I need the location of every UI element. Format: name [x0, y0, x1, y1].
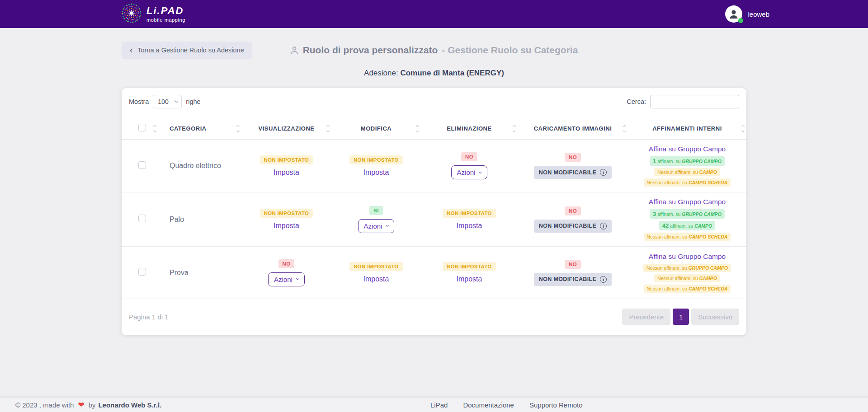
pagination-info: Pagina 1 di 1: [129, 313, 169, 321]
footer-links: LiPad Documentazione Supporto Remoto: [430, 401, 583, 409]
col-header-eliminazione[interactable]: ELIMINAZIONE: [421, 119, 518, 140]
affina-gruppo-campo-link[interactable]: Affina su Gruppo Campo: [649, 198, 726, 206]
azioni-dropdown[interactable]: Azioni: [451, 165, 488, 179]
affinamento-badge: Nessun affinam. su CAMPO: [654, 168, 720, 176]
imposta-link[interactable]: Imposta: [457, 222, 482, 230]
next-page-button[interactable]: Successivo: [691, 309, 739, 325]
category-cell: Prova: [162, 247, 241, 299]
table-body: Quadro elettrico NON IMPOSTATO Imposta N…: [122, 140, 746, 299]
affinamenti-interni-cell: Affina su Gruppo Campo 3 affinam. su GRU…: [628, 192, 746, 247]
search-input[interactable]: [650, 95, 739, 108]
person-icon: [728, 9, 739, 19]
affinamento-badge: 3 affinam. su GRUPPO CAMPO: [650, 209, 725, 219]
status-badge: NON IMPOSTATO: [349, 262, 403, 271]
sort-arrows[interactable]: [416, 126, 419, 132]
category-cell: Quadro elettrico: [162, 140, 241, 192]
azioni-dropdown[interactable]: Azioni: [268, 272, 305, 286]
previous-page-button[interactable]: Precedente: [622, 309, 670, 325]
status-badge: NON IMPOSTATO: [260, 209, 313, 218]
back-button[interactable]: ‹ Torna a Gestione Ruolo su Adesione: [122, 42, 252, 59]
azioni-dropdown[interactable]: Azioni: [358, 219, 395, 233]
status-badge: SI: [369, 206, 383, 215]
info-icon[interactable]: i: [600, 223, 607, 229]
eliminazione-cell: NON IMPOSTATO Imposta: [421, 247, 518, 299]
eliminazione-cell: NO Azioni: [421, 140, 518, 192]
info-icon[interactable]: i: [600, 276, 607, 283]
online-status-dot: [738, 18, 743, 23]
col-header-visualizzazione[interactable]: VISUALIZZAZIONE: [241, 119, 331, 140]
sort-arrows[interactable]: [237, 126, 239, 132]
row-checkbox[interactable]: [138, 268, 146, 276]
chevron-down-icon: [296, 277, 299, 280]
lipad-logo[interactable]: Li.PAD mobile mapping: [121, 3, 185, 25]
status-badge: NO: [278, 259, 295, 268]
affinamento-badge: Nessun affinam. su GRUPPO CAMPO: [643, 264, 731, 272]
lipad-logo-icon: [121, 3, 142, 25]
row-checkbox[interactable]: [138, 215, 146, 222]
sort-arrows[interactable]: [513, 126, 515, 132]
current-page-button[interactable]: 1: [673, 309, 689, 325]
user-menu[interactable]: leoweb: [725, 5, 769, 23]
visualizzazione-cell: NON IMPOSTATO Imposta: [241, 140, 331, 192]
copyright-by: by: [89, 401, 96, 409]
select-all-checkbox[interactable]: [138, 124, 146, 131]
visualizzazione-cell: NO Azioni: [241, 247, 331, 299]
category-cell: Palo: [162, 192, 241, 247]
affinamenti-interni-cell: Affina su Gruppo Campo 1 affinam. su GRU…: [628, 140, 746, 192]
info-icon[interactable]: i: [600, 169, 607, 176]
footer-copyright: © 2023 , made with ❤ by Leonardo Web S.r…: [15, 400, 161, 410]
sort-arrows[interactable]: [327, 126, 329, 132]
sort-arrows[interactable]: [623, 126, 626, 132]
table-row: Palo NON IMPOSTATO Imposta SI Azioni NON…: [122, 192, 746, 247]
affinamento-badge: 42 affinam. su CAMPO: [659, 221, 716, 230]
row-select-cell: [122, 247, 162, 299]
page-header-row: ‹ Torna a Gestione Ruolo su Adesione Ruo…: [122, 41, 746, 59]
col-header-categoria[interactable]: CATEGORIA: [162, 119, 241, 140]
footer-link-supporto-remoto[interactable]: Supporto Remoto: [529, 401, 583, 409]
navbar: Li.PAD mobile mapping leoweb: [0, 0, 868, 28]
affinamento-badge: 1 affinam. su GRUPPO CAMPO: [650, 156, 725, 166]
sort-arrows[interactable]: [154, 126, 156, 132]
adesione-label: Adesione:: [364, 69, 398, 77]
caricamento-immagini-cell: NO NON MODIFICABILE i: [518, 247, 628, 299]
page-title: Ruolo di prova personalizzato - Gestione…: [290, 45, 578, 56]
footer-link-documentazione[interactable]: Documentazione: [463, 401, 514, 409]
status-badge: NON IMPOSTATO: [260, 155, 313, 164]
imposta-link[interactable]: Imposta: [363, 169, 389, 177]
affinamento-badge: Nessun affinam. su CAMPO SCHEDA: [644, 233, 731, 241]
rows-label: righe: [186, 98, 200, 105]
non-modificabile-badge: NON MODIFICABILE i: [534, 166, 612, 179]
imposta-link[interactable]: Imposta: [274, 169, 299, 177]
table-header-row: CATEGORIA VISUALIZZAZIONE MODIFICA ELIMI…: [122, 119, 746, 140]
show-label: Mostra: [129, 98, 149, 105]
row-checkbox[interactable]: [138, 161, 146, 169]
affina-gruppo-campo-link[interactable]: Affina su Gruppo Campo: [649, 145, 726, 153]
page-length-select[interactable]: 100: [153, 95, 182, 108]
back-button-label: Torna a Gestione Ruolo su Adesione: [137, 47, 244, 54]
person-outline-icon: [290, 46, 299, 55]
page-title-role: Ruolo di prova personalizzato: [303, 45, 438, 56]
modifica-cell: SI Azioni: [331, 192, 421, 247]
col-header-affinamenti-interni[interactable]: AFFINAMENTI INTERNI: [628, 119, 746, 140]
imposta-link[interactable]: Imposta: [363, 275, 389, 283]
chevron-left-icon: ‹: [130, 46, 132, 54]
col-header-caricamento-immagini[interactable]: CARICAMENTO IMMAGINI: [518, 119, 628, 140]
status-badge: NO: [565, 153, 581, 162]
imposta-link[interactable]: Imposta: [457, 275, 482, 283]
table-row: Prova NO Azioni NON IMPOSTATO Imposta NO…: [122, 247, 746, 299]
lipad-logo-text: Li.PAD mobile mapping: [146, 6, 185, 23]
search-label: Cerca:: [627, 98, 646, 105]
copyright-text: © 2023 , made with: [15, 401, 74, 409]
status-badge: NO: [461, 152, 477, 161]
footer-link-lipad[interactable]: LiPad: [430, 401, 448, 409]
sort-arrows[interactable]: [742, 126, 744, 132]
roles-table-card: Mostra 100 righe Cerca:: [122, 88, 746, 335]
pagination: Pagina 1 di 1 Precedente 1 Successivo: [122, 299, 746, 335]
col-header-modifica[interactable]: MODIFICA: [331, 119, 421, 140]
non-modificabile-badge: NON MODIFICABILE i: [534, 273, 612, 286]
chevron-down-icon: [479, 170, 482, 173]
logo-title: Li.PAD: [146, 6, 185, 16]
affina-gruppo-campo-link[interactable]: Affina su Gruppo Campo: [649, 253, 726, 261]
footer: © 2023 , made with ❤ by Leonardo Web S.r…: [0, 397, 868, 412]
imposta-link[interactable]: Imposta: [274, 222, 299, 230]
